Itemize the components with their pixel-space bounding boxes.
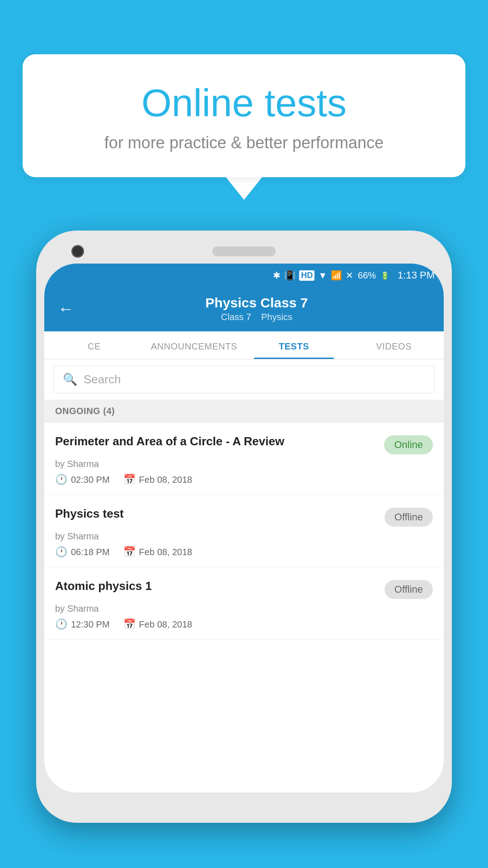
status-time: 1:13 PM <box>398 269 435 281</box>
calendar-icon: 📅 <box>123 546 136 558</box>
test-time: 12:30 PM <box>71 619 110 630</box>
test-title: Atomic physics 1 <box>55 578 377 594</box>
battery-level: 66% <box>358 270 376 281</box>
signal-icon: 📶 <box>331 270 342 281</box>
phone-sensor <box>404 245 417 258</box>
test-item[interactable]: Atomic physics 1 Offline by Sharma 🕐 12:… <box>44 567 444 640</box>
status-badge: Offline <box>385 580 433 599</box>
phone-speaker <box>212 246 276 256</box>
status-bar: ✱ 📳 HD ▼ 📶 ✕ 66% 🔋 1:13 PM <box>44 264 444 287</box>
tab-announcements[interactable]: ANNOUNCEMENTS <box>144 331 244 359</box>
wifi-icon: ▼ <box>318 270 327 281</box>
date-meta: 📅 Feb 08, 2018 <box>123 474 192 486</box>
test-list: Perimeter and Area of a Circle - A Revie… <box>44 423 444 793</box>
test-item[interactable]: Perimeter and Area of a Circle - A Revie… <box>44 423 444 495</box>
clock-icon: 🕐 <box>55 474 67 486</box>
test-author: by Sharma <box>55 459 433 469</box>
battery-icon: 🔋 <box>380 271 389 280</box>
bluetooth-icon: ✱ <box>273 270 281 281</box>
test-item-top: Physics test Offline <box>55 506 433 527</box>
test-date: Feb 08, 2018 <box>139 547 192 557</box>
breadcrumb-subject: Physics <box>261 312 292 322</box>
bubble-pointer <box>226 177 262 200</box>
hd-icon: HD <box>299 270 314 281</box>
tab-tests[interactable]: TESTS <box>244 331 344 359</box>
test-item[interactable]: Physics test Offline by Sharma 🕐 06:18 P… <box>44 495 444 567</box>
status-badge: Offline <box>385 508 433 527</box>
status-icons: ✱ 📳 HD ▼ 📶 ✕ <box>273 270 353 281</box>
bubble-subtitle: for more practice & better performance <box>59 133 429 152</box>
test-date: Feb 08, 2018 <box>139 475 192 485</box>
tabs-bar: CE ANNOUNCEMENTS TESTS VIDEOS <box>44 331 444 359</box>
status-badge: Online <box>384 435 433 454</box>
phone-camera <box>71 245 84 258</box>
back-button[interactable]: ← <box>58 301 74 317</box>
test-title: Perimeter and Area of a Circle - A Revie… <box>55 434 377 449</box>
test-item-top: Atomic physics 1 Offline <box>55 578 433 599</box>
test-date: Feb 08, 2018 <box>139 619 192 630</box>
test-title: Physics test <box>55 506 377 522</box>
app-header: ← Physics Class 7 Class 7 Physics <box>44 287 444 331</box>
tab-ce[interactable]: CE <box>44 331 144 359</box>
vibrate-icon: 📳 <box>284 270 296 281</box>
time-meta: 🕐 06:18 PM <box>55 546 110 558</box>
clock-icon: 🕐 <box>55 618 67 630</box>
breadcrumb-class: Class 7 <box>221 312 251 322</box>
section-ongoing: ONGOING (4) <box>44 400 444 423</box>
time-meta: 🕐 02:30 PM <box>55 474 110 486</box>
no-sim-icon: ✕ <box>346 270 353 281</box>
search-icon: 🔍 <box>63 373 77 387</box>
test-item-top: Perimeter and Area of a Circle - A Revie… <box>55 434 433 454</box>
phone-screen: ✱ 📳 HD ▼ 📶 ✕ 66% 🔋 1:13 PM ← Physics Cla… <box>44 264 444 793</box>
time-meta: 🕐 12:30 PM <box>55 618 110 630</box>
search-container: 🔍 Search <box>44 359 444 400</box>
search-placeholder: Search <box>84 373 121 387</box>
header-title-block: Physics Class 7 Class 7 Physics <box>83 295 430 322</box>
phone-wrapper: ✱ 📳 HD ▼ 📶 ✕ 66% 🔋 1:13 PM ← Physics Cla… <box>36 231 452 868</box>
test-author: by Sharma <box>55 531 433 542</box>
tab-videos[interactable]: VIDEOS <box>344 331 444 359</box>
page-title: Physics Class 7 <box>83 295 430 311</box>
calendar-icon: 📅 <box>123 618 136 630</box>
calendar-icon: 📅 <box>123 474 136 486</box>
speech-bubble: Online tests for more practice & better … <box>23 54 465 177</box>
test-time: 06:18 PM <box>71 547 110 557</box>
test-time: 02:30 PM <box>71 475 110 485</box>
test-meta: 🕐 02:30 PM 📅 Feb 08, 2018 <box>55 474 433 486</box>
page-subtitle: Class 7 Physics <box>83 312 430 322</box>
date-meta: 📅 Feb 08, 2018 <box>123 546 192 558</box>
phone-device: ✱ 📳 HD ▼ 📶 ✕ 66% 🔋 1:13 PM ← Physics Cla… <box>36 231 452 823</box>
test-meta: 🕐 06:18 PM 📅 Feb 08, 2018 <box>55 546 433 558</box>
test-author: by Sharma <box>55 604 433 614</box>
bubble-title: Online tests <box>59 81 429 124</box>
test-meta: 🕐 12:30 PM 📅 Feb 08, 2018 <box>55 618 433 630</box>
phone-top-physical <box>44 239 444 264</box>
speech-bubble-section: Online tests for more practice & better … <box>23 54 465 200</box>
date-meta: 📅 Feb 08, 2018 <box>123 618 192 630</box>
search-box[interactable]: 🔍 Search <box>53 366 435 393</box>
clock-icon: 🕐 <box>55 546 67 558</box>
